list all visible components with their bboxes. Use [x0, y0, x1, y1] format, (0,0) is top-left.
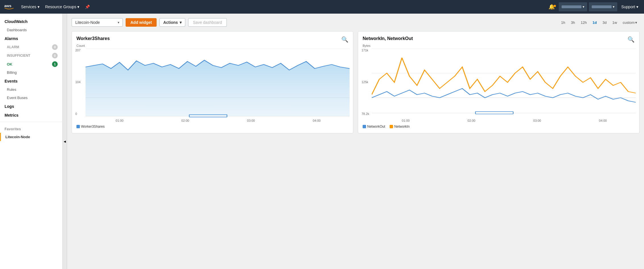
add-widget-button[interactable]: Add widget [126, 18, 157, 27]
chart1-area: 207 104 0 [75, 49, 350, 122]
x2-label-3: 03:00 [533, 119, 541, 122]
services-nav-button[interactable]: Services ▾ [18, 0, 42, 14]
account-chevron-icon: ▾ [583, 5, 584, 9]
sidebar-item-event-buses[interactable]: Event Buses [0, 94, 62, 102]
custom-label: custom [623, 20, 635, 25]
chart1-title: Worker3Shares [76, 36, 110, 41]
time-btn-1h[interactable]: 1h [559, 19, 567, 26]
time-btn-3h[interactable]: 3h [569, 19, 577, 26]
chart1-x-axis: 01:00 02:00 03:00 04:00 [87, 119, 350, 122]
resource-groups-label: Resource Groups [45, 5, 76, 9]
y-label-top: 207 [75, 49, 86, 52]
x-label-2: 02:00 [181, 119, 189, 122]
support-label: Support [621, 5, 635, 9]
sidebar-alarm-row: ALARM 0 [0, 43, 62, 51]
services-label: Services [21, 5, 36, 9]
chart2-legend: NetworkOut NetworkIn [363, 125, 635, 129]
services-chevron-icon: ▾ [38, 5, 40, 9]
sidebar-insufficient-label: INSUFFICIENT [7, 54, 50, 58]
sidebar-ok-row[interactable]: OK 1 [0, 60, 62, 68]
account-button[interactable]: ▾ [559, 2, 587, 11]
sidebar-alarm-badge: 0 [52, 44, 58, 50]
legend-dot-worker3shares [76, 125, 80, 128]
x-label-1: 01:00 [116, 119, 124, 122]
legend-item-worker3shares: Worker3Shares [76, 125, 105, 129]
legend-label-networkout: NetworkOut [367, 125, 385, 129]
pin-nav-button[interactable]: 📌 [82, 0, 93, 14]
resource-groups-nav-button[interactable]: Resource Groups ▾ [42, 0, 82, 14]
legend-dot-networkin [390, 125, 393, 128]
custom-chevron-icon: ▾ [635, 20, 637, 25]
collapse-handle[interactable]: ◀ [63, 14, 67, 269]
sidebar-item-cloudwatch[interactable]: CloudWatch [0, 16, 62, 26]
chart1-legend: Worker3Shares [76, 125, 348, 129]
resource-groups-chevron-icon: ▾ [77, 5, 79, 9]
region-button[interactable]: ▾ [589, 2, 617, 11]
legend-dot-networkout [363, 125, 366, 128]
sidebar-item-metrics[interactable]: Metrics [0, 111, 62, 119]
time-btn-custom[interactable]: custom ▾ [620, 19, 639, 26]
sidebar-item-rules[interactable]: Rules [0, 85, 62, 94]
legend-item-networkin: NetworkIn [390, 125, 410, 129]
y2-label-bot: 78.2k [362, 112, 372, 115]
time-range-group: 1h 3h 12h 1d 3d 1w custom ▾ [559, 19, 639, 26]
time-btn-1d[interactable]: 1d [590, 19, 599, 26]
time-btn-12h[interactable]: 12h [578, 19, 589, 26]
chart2-svg [372, 49, 636, 122]
svg-rect-10 [475, 112, 513, 114]
top-nav: aws Services ▾ Resource Groups ▾ 📌 🔔 ▾ ▾… [0, 0, 644, 14]
chart1-svg [86, 49, 350, 122]
sidebar-item-billing[interactable]: Billing [0, 68, 62, 77]
x-label-3: 03:00 [247, 119, 255, 122]
sidebar-item-logs[interactable]: Logs [0, 102, 62, 111]
pin-icon: 📌 [85, 5, 90, 9]
dashboard-select-wrapper: Litecoin-Node [72, 18, 123, 27]
sidebar-item-dashboards[interactable]: Dashboards [0, 26, 62, 34]
chart1-zoom-icon[interactable]: 🔍 [341, 36, 348, 43]
svg-text:aws: aws [4, 4, 11, 8]
legend-item-networkout: NetworkOut [363, 125, 385, 129]
region-chevron-icon: ▾ [613, 5, 614, 9]
actions-chevron-icon: ▾ [180, 20, 182, 25]
sidebar-divider [0, 122, 62, 122]
notification-badge [554, 5, 556, 7]
actions-label: Actions [163, 20, 178, 25]
aws-logo: aws [3, 1, 15, 12]
chart2-area: 171k 125k 78.2k [362, 49, 636, 122]
collapse-arrow-icon: ◀ [64, 140, 66, 143]
x-label-4: 04:00 [313, 119, 321, 122]
y2-label-top: 171k [362, 49, 372, 52]
chart2-header: NetworkIn, NetworkOut 🔍 [363, 36, 635, 43]
chart2-x-axis: 01:00 02:00 03:00 04:00 [373, 119, 636, 122]
actions-button[interactable]: Actions ▾ [159, 18, 185, 27]
sidebar-ok-label: OK [7, 62, 50, 66]
nav-right: 🔔 ▾ ▾ Support ▾ [546, 2, 641, 11]
sidebar-favorite-litecoin[interactable]: Litecoin-Node [0, 133, 62, 141]
chart1-unit: Count [76, 44, 348, 47]
sidebar-insufficient-badge: 0 [52, 53, 58, 58]
time-btn-1w[interactable]: 1w [610, 19, 619, 26]
support-chevron-icon: ▾ [636, 5, 638, 9]
sidebar-insufficient-row: INSUFFICIENT 0 [0, 51, 62, 60]
time-btn-3d[interactable]: 3d [600, 19, 609, 26]
sidebar-item-events[interactable]: Events [0, 77, 62, 85]
chart-card-network: NetworkIn, NetworkOut 🔍 Bytes 171k 125k … [358, 31, 639, 133]
dashboard-select[interactable]: Litecoin-Node [72, 18, 123, 27]
x2-label-1: 01:00 [402, 119, 410, 122]
chart1-header: Worker3Shares 🔍 [76, 36, 348, 43]
chart2-zoom-icon[interactable]: 🔍 [628, 36, 635, 43]
sidebar-favorites-label: Favorites [0, 124, 62, 133]
notification-bell[interactable]: 🔔 [546, 4, 557, 10]
chart1-y-axis: 207 104 0 [75, 49, 86, 115]
save-dashboard-button[interactable]: Save dashboard [188, 18, 227, 27]
legend-label-networkin: NetworkIn [394, 125, 410, 129]
support-nav-button[interactable]: Support ▾ [619, 5, 641, 9]
sidebar-alarm-label: ALARM [7, 45, 50, 49]
chart2-y-axis: 171k 125k 78.2k [362, 49, 372, 115]
sidebar-item-alarms[interactable]: Alarms [0, 34, 62, 43]
account-name-blurred [562, 5, 581, 8]
x2-label-4: 04:00 [599, 119, 607, 122]
legend-label-worker3shares: Worker3Shares [81, 125, 105, 129]
y-label-bot: 0 [75, 112, 86, 115]
app-body: CloudWatch Dashboards Alarms ALARM 0 INS… [0, 14, 644, 269]
